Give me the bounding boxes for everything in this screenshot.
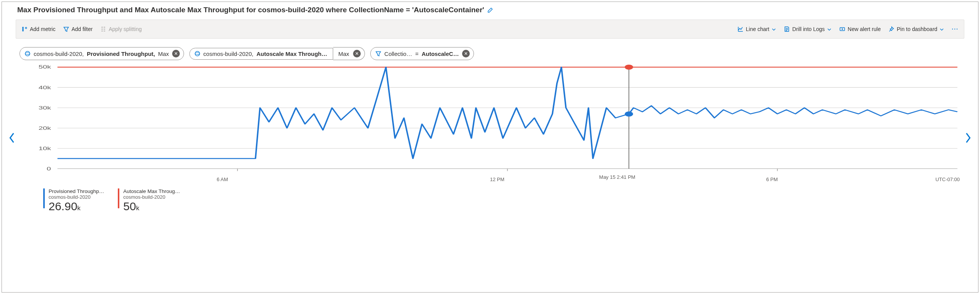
metrics-panel: Max Provisioned Throughput and Max Autos… <box>2 2 978 293</box>
timezone: UTC-07:00 <box>935 177 960 182</box>
svg-point-4 <box>195 53 200 55</box>
svg-point-23 <box>625 65 633 70</box>
pin-icon <box>888 26 894 32</box>
legend-b-val: 50k <box>123 201 180 212</box>
pill1-resource: cosmos-build-2020, <box>34 51 84 57</box>
drill-logs-label: Drill into Logs <box>792 26 825 32</box>
pill2-metric: Autoscale Max Through… <box>256 51 327 57</box>
chart-toolbar: Add metric Add filter Apply splitting Li… <box>16 20 964 39</box>
filter-eq: = <box>415 51 418 57</box>
add-metric-label: Add metric <box>30 26 55 32</box>
chevron-down-icon <box>827 27 832 31</box>
legend-a-title: Provisioned Throughp… <box>49 188 104 194</box>
x-axis-row: 6 AM 12 PM May 15 2:41 PM 6 PM UTC-07:00 <box>19 174 961 182</box>
pill1-agg: Max <box>158 51 169 57</box>
chart-type-label: Line chart <box>746 26 769 32</box>
pill1-metric: Provisioned Throughput, <box>87 51 155 57</box>
pin-dashboard-label: Pin to dashboard <box>897 26 937 32</box>
legend-item-a[interactable]: Provisioned Throughp… cosmos-build-2020 … <box>43 188 104 212</box>
legend-row: Provisioned Throughp… cosmos-build-2020 … <box>19 182 961 212</box>
apply-splitting-label: Apply splitting <box>109 26 142 32</box>
chevron-down-icon <box>772 27 776 31</box>
legend-a-sub: cosmos-build-2020 <box>49 194 104 200</box>
legend-b-title: Autoscale Max Throug… <box>123 188 180 194</box>
chart-type-dropdown[interactable]: Line chart <box>734 24 780 34</box>
ellipsis-icon: ··· <box>952 26 959 32</box>
svg-point-2 <box>25 53 30 55</box>
add-metric-icon <box>21 26 28 32</box>
pill2-agg[interactable]: Max <box>339 51 349 57</box>
legend-swatch-b <box>118 188 119 208</box>
remove-metric-2[interactable]: ✕ <box>353 50 361 57</box>
hover-time: May 15 2:41 PM <box>599 174 635 180</box>
metric-pill-2[interactable]: cosmos-build-2020, Autoscale Max Through… <box>189 48 333 60</box>
pill2-resource: cosmos-build-2020, <box>203 51 254 57</box>
alert-icon <box>839 26 845 32</box>
filter-prop: Collectio… <box>384 51 412 57</box>
line-chart-icon <box>737 26 744 32</box>
metric-pill-1[interactable]: cosmos-build-2020, Provisioned Throughpu… <box>20 47 184 60</box>
new-alert-label: New alert rule <box>848 26 881 32</box>
remove-metric-1[interactable]: ✕ <box>172 50 180 57</box>
x-tick-2: 12 PM <box>490 177 505 182</box>
filter-pill[interactable]: Collectio… = AutoscaleC… ✕ <box>370 47 474 60</box>
chart-inner: 50k40k30k20k10k0 6 AM 12 PM May 15 2:41 … <box>19 63 961 212</box>
legend-a-val: 26.90k <box>49 201 104 212</box>
add-filter-label: Add filter <box>72 26 93 32</box>
filter-icon <box>375 51 381 57</box>
legend-b-sub: cosmos-build-2020 <box>123 194 180 200</box>
filter-val: AutoscaleC… <box>422 51 459 57</box>
pin-dashboard-button[interactable]: Pin to dashboard <box>884 24 948 34</box>
x-tick-1: 6 AM <box>217 177 228 182</box>
svg-text:0: 0 <box>47 166 51 172</box>
svg-point-3 <box>195 51 200 56</box>
apply-splitting-button: Apply splitting <box>96 24 145 34</box>
add-filter-button[interactable]: Add filter <box>59 24 96 34</box>
page-title: Max Provisioned Throughput and Max Autos… <box>17 6 484 14</box>
legend-swatch-a <box>43 188 45 208</box>
svg-text:30k: 30k <box>39 105 51 110</box>
logs-icon <box>784 26 790 32</box>
x-tick-3: 6 PM <box>766 177 778 182</box>
svg-text:40k: 40k <box>39 85 51 90</box>
svg-text:20k: 20k <box>39 125 51 131</box>
cosmos-icon <box>194 51 200 57</box>
scroll-right-button[interactable] <box>961 63 975 212</box>
legend-item-b[interactable]: Autoscale Max Throug… cosmos-build-2020 … <box>118 188 180 212</box>
edit-title-icon[interactable] <box>487 7 493 13</box>
remove-filter[interactable]: ✕ <box>462 50 470 57</box>
svg-text:10k: 10k <box>39 146 51 151</box>
svg-point-24 <box>625 111 633 116</box>
new-alert-button[interactable]: New alert rule <box>835 24 884 34</box>
title-row: Max Provisioned Throughput and Max Autos… <box>2 2 978 16</box>
more-actions-button[interactable]: ··· <box>948 24 962 34</box>
chevron-down-icon <box>939 27 944 31</box>
scroll-left-button[interactable] <box>5 63 19 212</box>
add-metric-button[interactable]: Add metric <box>18 24 59 34</box>
svg-point-1 <box>25 51 30 56</box>
svg-text:50k: 50k <box>39 64 51 70</box>
cosmos-icon <box>24 51 31 57</box>
split-icon <box>100 26 106 32</box>
filter-icon <box>63 26 69 32</box>
chart-svg[interactable]: 50k40k30k20k10k0 <box>19 63 961 174</box>
chart-zone: 50k40k30k20k10k0 6 AM 12 PM May 15 2:41 … <box>2 63 978 212</box>
drill-logs-dropdown[interactable]: Drill into Logs <box>780 24 835 34</box>
metric-pills-row: cosmos-build-2020, Provisioned Throughpu… <box>2 42 978 63</box>
